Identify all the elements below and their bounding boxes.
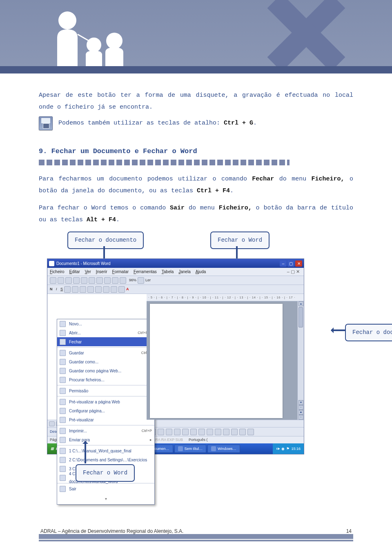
close-button[interactable]: ✕ [295,260,302,267]
menu-item[interactable]: Configurar página... [57,406,154,415]
taskbar-task[interactable]: Sem títul… [174,445,207,453]
formatting-toolbar[interactable]: N I S A [47,285,304,294]
toolbar-button[interactable] [58,277,64,284]
shadow-icon[interactable] [239,429,246,435]
toolbar-button[interactable] [65,277,72,284]
taskbar-task[interactable]: Windows… [207,445,240,453]
read-button[interactable]: Ler [145,277,151,284]
toolbar-button[interactable] [95,286,102,293]
toolbar-button[interactable] [72,286,78,293]
section-heading: 9. Fechar um Documento e Fechar o Word [39,145,353,158]
menu-item[interactable]: Pré-visualizar a página Web [57,397,154,406]
browse-select-icon[interactable]: ● [298,410,303,415]
menu-item[interactable]: Sair [57,484,154,493]
menu-item[interactable]: Novo... [57,319,154,328]
toolbar-button[interactable] [103,286,109,293]
toolbar-button[interactable] [111,286,117,293]
menu-item-label: Enviar para [69,436,147,444]
fill-icon[interactable] [190,429,197,435]
menu-item[interactable]: Abrir...Ctrl+F12 [57,328,154,337]
toolbar-button[interactable] [104,277,111,284]
toolbar-button[interactable] [80,286,86,293]
vertical-scrollbar[interactable]: ▴ ▾ ◦ ● ◦ [297,301,304,420]
menu-item[interactable]: 1 C:\…\Manual_Word_quase_final [57,446,154,455]
toolbar-button[interactable] [118,286,125,293]
document-area[interactable]: ▴ ▾ ◦ ● ◦ [147,301,304,420]
toolbar-button[interactable] [50,277,56,284]
scroll-thumb[interactable] [298,307,303,327]
arrow-style-icon[interactable] [231,429,238,435]
tray-icon[interactable]: 🕪 [276,445,280,452]
3d-icon[interactable] [247,429,254,435]
expand-menu-icon[interactable]: ▾ [57,493,154,504]
menu-item[interactable]: Permissão▸ [57,386,154,395]
wordart-icon[interactable] [158,429,164,435]
toolbar-button[interactable] [96,277,103,284]
toolbar-button[interactable] [138,277,144,284]
menu-item[interactable]: Ajuda [196,268,206,276]
bold-icon[interactable]: N [50,286,53,293]
system-tray[interactable]: 🕪 ◉ ⚑ 15:16 [273,443,304,454]
font-color-tool-icon[interactable] [207,429,213,435]
arrow-icon [331,329,347,331]
menu-item[interactable]: Fechar [57,337,154,346]
footer-line [39,540,353,541]
maximize-button[interactable]: ▢ [287,260,294,267]
menu-item-label: Guardar [69,349,138,357]
tray-icon[interactable]: ◉ [281,445,285,452]
font-color-icon[interactable]: A [126,286,129,293]
toolbar-button[interactable] [112,277,118,284]
section-divider [39,160,353,165]
toolbar-button[interactable] [89,277,95,284]
menu-item[interactable]: Guardar como... [57,357,154,366]
menu-item[interactable]: Janela [178,268,190,276]
toolbar-button[interactable] [87,286,94,293]
tray-icon[interactable]: ⚑ [286,445,290,452]
toolbar-button[interactable] [120,277,126,284]
browse-prev-icon[interactable]: ◦ [298,405,303,410]
view-normal-icon[interactable] [49,421,55,426]
menu-item-label: Permissão [69,387,147,395]
scroll-down-icon[interactable]: ▾ [298,400,303,405]
toolbar-button[interactable] [73,277,80,284]
menu-bar[interactable]: FicheiroEditarVerInserirFormatarFerramen… [47,268,304,276]
toolbar-button[interactable] [64,286,71,293]
callout-close-doc-right: Fechar o documento [345,324,392,341]
menu-item[interactable]: Enviar para▸ [57,435,154,444]
menu-item[interactable]: Tabela [162,268,174,276]
menu-item[interactable]: Ferramentas [134,268,157,276]
browse-next-icon[interactable]: ◦ [298,415,303,420]
document-page[interactable] [150,304,283,418]
ruler[interactable]: · 5 · | · 6 · | · 7 · | · 8 · | · 9 · | … [147,294,304,301]
menu-item[interactable]: Inserir [96,268,107,276]
italic-icon[interactable]: I [56,286,57,293]
footer-page-number: 14 [346,528,352,534]
callout-row: Fechar o documento Fechar o Word [39,231,353,253]
picture-icon[interactable] [182,429,189,435]
dash-icon[interactable] [223,429,229,435]
menu-item[interactable]: GuardarCtrl+G [57,348,154,357]
minimize-button[interactable]: – [280,260,287,267]
clipart-icon[interactable] [174,429,180,435]
menu-item[interactable]: Pré-visualizar [57,415,154,424]
section-number: 9. [39,147,47,155]
zoom-value[interactable]: 96% [129,277,136,284]
window-titlebar[interactable]: Documento1 - Microsoft Word – ▢ ✕ [47,259,304,268]
underline-icon[interactable]: S [60,286,63,293]
doc-close-button[interactable]: – ▢ ✕ [285,267,301,276]
menu-item[interactable]: Formatar [112,268,129,276]
menu-item[interactable]: Guardar como página Web... [57,366,154,375]
toolbar-button[interactable] [81,277,87,284]
diagram-icon[interactable] [166,429,172,435]
scroll-up-icon[interactable]: ▴ [298,301,303,306]
menu-item[interactable]: Editar [69,268,80,276]
line-color-icon[interactable] [198,429,205,435]
menu-item[interactable]: Procurar ficheiros... [57,375,154,384]
menu-item[interactable]: Ficheiro [50,268,65,276]
line-style-icon[interactable] [215,429,221,435]
menu-item[interactable]: Imprimir...Ctrl+P [57,426,154,435]
text: Podemos também utilizar as teclas de ata… [58,120,224,127]
menu-item[interactable]: 2 C:\Documents and Settings\…\Exercicios [57,455,154,464]
standard-toolbar[interactable]: 96% Ler [47,276,304,285]
menu-item[interactable]: Ver [85,268,91,276]
